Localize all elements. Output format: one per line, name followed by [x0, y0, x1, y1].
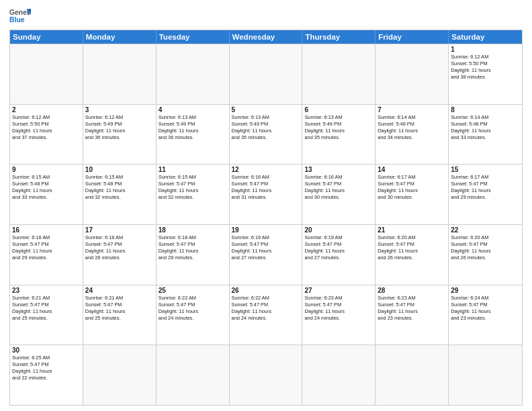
day-header-monday: Monday — [83, 30, 157, 44]
cal-cell: 4Sunrise: 6:13 AM Sunset: 5:49 PM Daylig… — [157, 105, 230, 165]
cal-cell — [375, 44, 449, 104]
day-number: 30 — [12, 347, 81, 354]
cal-cell: 9Sunrise: 6:15 AM Sunset: 5:48 PM Daylig… — [10, 165, 83, 224]
cal-cell: 17Sunrise: 6:18 AM Sunset: 5:47 PM Dayli… — [83, 225, 157, 285]
day-info: Sunrise: 6:21 AM Sunset: 5:47 PM Dayligh… — [85, 295, 154, 322]
cal-cell — [10, 44, 83, 104]
cal-cell — [449, 345, 522, 405]
week-row-3: 16Sunrise: 6:18 AM Sunset: 5:47 PM Dayli… — [10, 224, 522, 285]
day-info: Sunrise: 6:15 AM Sunset: 5:47 PM Dayligh… — [159, 174, 227, 201]
day-info: Sunrise: 6:12 AM Sunset: 5:50 PM Dayligh… — [451, 54, 520, 81]
day-number: 20 — [304, 226, 373, 234]
day-number: 21 — [378, 226, 446, 234]
day-number: 25 — [159, 287, 227, 294]
logo: General Blue — [9, 7, 31, 26]
cal-cell: 14Sunrise: 6:17 AM Sunset: 5:47 PM Dayli… — [375, 165, 449, 224]
day-info: Sunrise: 6:23 AM Sunset: 5:47 PM Dayligh… — [378, 295, 446, 322]
calendar: SundayMondayTuesdayWednesdayThursdayFrid… — [9, 30, 523, 406]
day-header-saturday: Saturday — [449, 30, 522, 44]
cal-cell: 24Sunrise: 6:21 AM Sunset: 5:47 PM Dayli… — [83, 285, 157, 345]
day-number: 3 — [85, 106, 154, 113]
cal-cell — [230, 345, 303, 405]
cal-cell: 8Sunrise: 6:14 AM Sunset: 5:48 PM Daylig… — [449, 105, 522, 165]
day-info: Sunrise: 6:12 AM Sunset: 5:50 PM Dayligh… — [12, 114, 81, 141]
cal-cell: 6Sunrise: 6:13 AM Sunset: 5:49 PM Daylig… — [302, 105, 375, 165]
day-info: Sunrise: 6:13 AM Sunset: 5:49 PM Dayligh… — [159, 114, 227, 141]
day-number: 5 — [232, 106, 300, 113]
day-header-friday: Friday — [375, 30, 449, 44]
cal-cell: 25Sunrise: 6:22 AM Sunset: 5:47 PM Dayli… — [157, 285, 230, 345]
cal-cell: 11Sunrise: 6:15 AM Sunset: 5:47 PM Dayli… — [157, 165, 230, 224]
day-number: 13 — [304, 166, 373, 173]
day-number: 14 — [378, 166, 446, 173]
header: General Blue — [9, 7, 523, 26]
week-row-5: 30Sunrise: 6:25 AM Sunset: 5:47 PM Dayli… — [10, 345, 522, 405]
day-number: 10 — [85, 166, 154, 173]
cal-cell: 5Sunrise: 6:13 AM Sunset: 5:49 PM Daylig… — [230, 105, 303, 165]
day-number: 11 — [159, 166, 227, 173]
day-info: Sunrise: 6:13 AM Sunset: 5:49 PM Dayligh… — [232, 114, 300, 141]
cal-cell: 15Sunrise: 6:17 AM Sunset: 5:47 PM Dayli… — [449, 165, 522, 224]
day-header-thursday: Thursday — [302, 30, 375, 44]
cal-cell: 2Sunrise: 6:12 AM Sunset: 5:50 PM Daylig… — [10, 105, 83, 165]
day-info: Sunrise: 6:21 AM Sunset: 5:47 PM Dayligh… — [12, 295, 81, 322]
day-info: Sunrise: 6:13 AM Sunset: 5:49 PM Dayligh… — [304, 114, 373, 141]
cal-cell — [157, 345, 230, 405]
day-info: Sunrise: 6:25 AM Sunset: 5:47 PM Dayligh… — [12, 355, 81, 381]
day-number: 2 — [12, 106, 81, 113]
day-number: 16 — [12, 226, 81, 234]
calendar-body: 1Sunrise: 6:12 AM Sunset: 5:50 PM Daylig… — [10, 44, 522, 405]
cal-cell: 1Sunrise: 6:12 AM Sunset: 5:50 PM Daylig… — [449, 44, 522, 104]
cal-cell: 26Sunrise: 6:22 AM Sunset: 5:47 PM Dayli… — [230, 285, 303, 345]
day-number: 4 — [159, 106, 227, 113]
cal-cell: 7Sunrise: 6:14 AM Sunset: 5:48 PM Daylig… — [375, 105, 449, 165]
day-info: Sunrise: 6:16 AM Sunset: 5:47 PM Dayligh… — [304, 174, 373, 201]
cal-cell — [83, 44, 157, 104]
day-info: Sunrise: 6:14 AM Sunset: 5:48 PM Dayligh… — [451, 114, 520, 141]
day-info: Sunrise: 6:16 AM Sunset: 5:47 PM Dayligh… — [232, 174, 300, 201]
day-header-tuesday: Tuesday — [157, 30, 230, 44]
day-number: 6 — [304, 106, 373, 113]
day-info: Sunrise: 6:14 AM Sunset: 5:48 PM Dayligh… — [378, 114, 446, 141]
day-number: 24 — [85, 287, 154, 294]
day-info: Sunrise: 6:17 AM Sunset: 5:47 PM Dayligh… — [378, 174, 446, 201]
day-info: Sunrise: 6:19 AM Sunset: 5:47 PM Dayligh… — [304, 234, 373, 261]
cal-cell: 12Sunrise: 6:16 AM Sunset: 5:47 PM Dayli… — [230, 165, 303, 224]
cal-cell: 18Sunrise: 6:18 AM Sunset: 5:47 PM Dayli… — [157, 225, 230, 285]
day-number: 17 — [85, 226, 154, 234]
cal-cell — [83, 345, 157, 405]
cal-cell: 13Sunrise: 6:16 AM Sunset: 5:47 PM Dayli… — [302, 165, 375, 224]
cal-cell — [157, 44, 230, 104]
cal-cell: 30Sunrise: 6:25 AM Sunset: 5:47 PM Dayli… — [10, 345, 83, 405]
cal-cell — [230, 44, 303, 104]
cal-cell — [302, 44, 375, 104]
day-number: 1 — [451, 46, 520, 53]
day-info: Sunrise: 6:24 AM Sunset: 5:47 PM Dayligh… — [451, 295, 520, 322]
day-number: 29 — [451, 287, 520, 294]
cal-cell: 29Sunrise: 6:24 AM Sunset: 5:47 PM Dayli… — [449, 285, 522, 345]
day-number: 28 — [378, 287, 446, 294]
day-info: Sunrise: 6:15 AM Sunset: 5:48 PM Dayligh… — [85, 174, 154, 201]
day-info: Sunrise: 6:22 AM Sunset: 5:47 PM Dayligh… — [232, 295, 300, 322]
cal-cell: 19Sunrise: 6:19 AM Sunset: 5:47 PM Dayli… — [230, 225, 303, 285]
cal-cell: 23Sunrise: 6:21 AM Sunset: 5:47 PM Dayli… — [10, 285, 83, 345]
cal-cell: 16Sunrise: 6:18 AM Sunset: 5:47 PM Dayli… — [10, 225, 83, 285]
week-row-2: 9Sunrise: 6:15 AM Sunset: 5:48 PM Daylig… — [10, 164, 522, 224]
cal-cell — [302, 345, 375, 405]
day-number: 22 — [451, 226, 520, 234]
day-header-wednesday: Wednesday — [230, 30, 303, 44]
day-info: Sunrise: 6:23 AM Sunset: 5:47 PM Dayligh… — [304, 295, 373, 322]
cal-cell: 28Sunrise: 6:23 AM Sunset: 5:47 PM Dayli… — [375, 285, 449, 345]
cal-cell: 22Sunrise: 6:20 AM Sunset: 5:47 PM Dayli… — [449, 225, 522, 285]
day-number: 18 — [159, 226, 227, 234]
cal-cell: 20Sunrise: 6:19 AM Sunset: 5:47 PM Dayli… — [302, 225, 375, 285]
day-number: 19 — [232, 226, 300, 234]
svg-text:Blue: Blue — [9, 16, 25, 24]
calendar-header: SundayMondayTuesdayWednesdayThursdayFrid… — [10, 30, 522, 44]
day-number: 26 — [232, 287, 300, 294]
day-info: Sunrise: 6:19 AM Sunset: 5:47 PM Dayligh… — [232, 234, 300, 261]
day-number: 7 — [378, 106, 446, 113]
day-number: 8 — [451, 106, 520, 113]
cal-cell: 10Sunrise: 6:15 AM Sunset: 5:48 PM Dayli… — [83, 165, 157, 224]
week-row-1: 2Sunrise: 6:12 AM Sunset: 5:50 PM Daylig… — [10, 104, 522, 165]
